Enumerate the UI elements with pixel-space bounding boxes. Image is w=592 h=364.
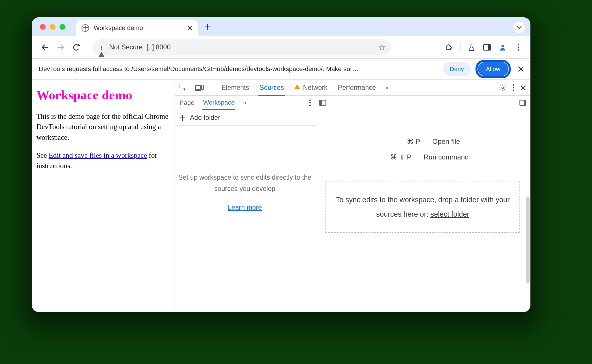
address-bar[interactable]: Not Secure [::]:8000 ☆ xyxy=(93,39,391,55)
close-devtools-icon[interactable] xyxy=(521,85,526,90)
extensions-button[interactable] xyxy=(443,41,456,54)
allow-highlight: Allow xyxy=(476,60,511,78)
plus-icon xyxy=(180,115,185,121)
more-subtabs-icon[interactable]: » xyxy=(243,99,245,107)
tab-search-button[interactable] xyxy=(513,21,525,34)
svg-point-7 xyxy=(502,87,504,89)
side-panel-button[interactable] xyxy=(481,41,493,54)
page-heading: Workspace demo xyxy=(36,88,170,103)
browser-window: Workspace demo Not Secure [::]:8000 ☆ xyxy=(32,17,530,312)
subtab-workspace[interactable]: Workspace xyxy=(202,96,235,110)
workspace-dropzone[interactable]: To sync edits to the workspace, drop a f… xyxy=(325,181,520,233)
close-tab-icon[interactable] xyxy=(187,25,193,31)
open-file-label: Open file xyxy=(432,138,460,146)
allow-button[interactable]: Allow xyxy=(478,62,508,76)
labs-button[interactable] xyxy=(465,41,478,54)
kebab-icon xyxy=(518,44,519,51)
show-debugger-icon[interactable] xyxy=(519,100,526,106)
svg-point-2 xyxy=(502,45,504,47)
dropzone-text: To sync edits to the workspace, drop a f… xyxy=(336,196,510,218)
page-paragraph-1: This is the demo page for the official C… xyxy=(36,111,170,143)
svg-rect-4 xyxy=(195,86,201,90)
devtools-panel: Elements Sources Network Performance » P… xyxy=(175,80,530,312)
tab-sources[interactable]: Sources xyxy=(258,80,285,96)
arrow-right-icon xyxy=(58,44,64,51)
security-label: Not Secure xyxy=(109,43,143,51)
page-paragraph-2: See Edit and save files in a workspace f… xyxy=(36,150,170,171)
more-tabs-icon[interactable]: » xyxy=(385,84,387,92)
maximize-window-button[interactable] xyxy=(60,24,65,30)
back-button[interactable] xyxy=(39,41,51,54)
deny-button[interactable]: Deny xyxy=(443,62,471,76)
tab-elements[interactable]: Elements xyxy=(220,80,250,95)
plus-icon xyxy=(205,24,210,30)
flask-icon xyxy=(468,44,475,51)
url-text: [::]:8000 xyxy=(147,43,171,51)
workspace-help: Set up workspace to sync edits directly … xyxy=(175,126,315,312)
inspect-icon[interactable] xyxy=(180,85,187,91)
panel-icon xyxy=(483,44,491,51)
close-infobar-icon[interactable] xyxy=(518,66,523,72)
workspace-help-text: Set up workspace to sync edits directly … xyxy=(175,172,315,194)
navigator-tabs: Page Workspace » xyxy=(175,96,315,110)
globe-icon xyxy=(82,24,89,32)
page-content: Workspace demo This is the demo page for… xyxy=(32,80,175,312)
editor-toolbar xyxy=(315,96,530,110)
device-icon[interactable] xyxy=(195,85,204,91)
infobar-message: DevTools requests full access to /Users/… xyxy=(39,65,438,73)
tab-strip: Workspace demo xyxy=(32,17,530,36)
add-folder-button[interactable]: Add folder xyxy=(175,110,315,126)
run-command-label: Run command xyxy=(423,153,469,161)
select-folder-link[interactable]: select folder xyxy=(430,210,469,218)
content-split: Workspace demo This is the demo page for… xyxy=(32,80,530,312)
divider xyxy=(460,42,460,52)
reload-icon xyxy=(73,44,79,51)
svg-rect-5 xyxy=(201,85,204,90)
profile-button[interactable] xyxy=(496,41,509,54)
subtab-page[interactable]: Page xyxy=(179,96,195,109)
avatar-icon xyxy=(498,43,507,52)
navigator-menu-icon[interactable] xyxy=(309,99,311,106)
tab-network[interactable]: Network xyxy=(293,80,328,95)
permission-infobar: DevTools requests full access to /Users/… xyxy=(32,59,530,80)
bookmark-star-icon[interactable]: ☆ xyxy=(378,42,386,52)
sources-editor-pane: ⌘ P Open file ⌘ ⇧ P Run command To sync … xyxy=(315,96,530,312)
devtools-menu-icon[interactable] xyxy=(513,84,514,91)
show-navigator-icon[interactable] xyxy=(319,100,326,106)
shortcuts: ⌘ P Open file ⌘ ⇧ P Run command xyxy=(315,110,530,173)
reload-button[interactable] xyxy=(70,41,83,54)
gear-icon[interactable] xyxy=(499,84,506,92)
run-command-key: ⌘ ⇧ P xyxy=(377,153,411,161)
chrome-menu-button[interactable] xyxy=(512,41,525,54)
arrow-left-icon xyxy=(42,44,48,51)
workspace-tutorial-link[interactable]: Edit and save files in a workspace xyxy=(49,151,147,159)
sources-navigator: Page Workspace » Add folder Set up works… xyxy=(175,96,315,312)
devtools-tabstrip: Elements Sources Network Performance » xyxy=(175,80,530,96)
learn-more-link[interactable]: Learn more xyxy=(228,204,262,211)
window-controls xyxy=(40,24,65,30)
tab-title: Workspace demo xyxy=(94,24,183,32)
open-file-key: ⌘ P xyxy=(385,138,420,146)
minimize-window-button[interactable] xyxy=(50,24,56,30)
forward-button[interactable] xyxy=(54,41,67,54)
browser-tab[interactable]: Workspace demo xyxy=(76,20,198,36)
not-secure-icon xyxy=(98,44,105,51)
new-tab-button[interactable] xyxy=(202,21,213,33)
scrollbar[interactable] xyxy=(526,197,530,283)
toolbar: Not Secure [::]:8000 ☆ xyxy=(32,36,530,59)
svg-rect-1 xyxy=(488,44,491,50)
warning-icon xyxy=(294,84,300,89)
tab-performance[interactable]: Performance xyxy=(337,80,377,95)
devtools-body: Page Workspace » Add folder Set up works… xyxy=(175,96,530,312)
puzzle-icon xyxy=(445,44,453,51)
close-window-button[interactable] xyxy=(40,24,46,30)
